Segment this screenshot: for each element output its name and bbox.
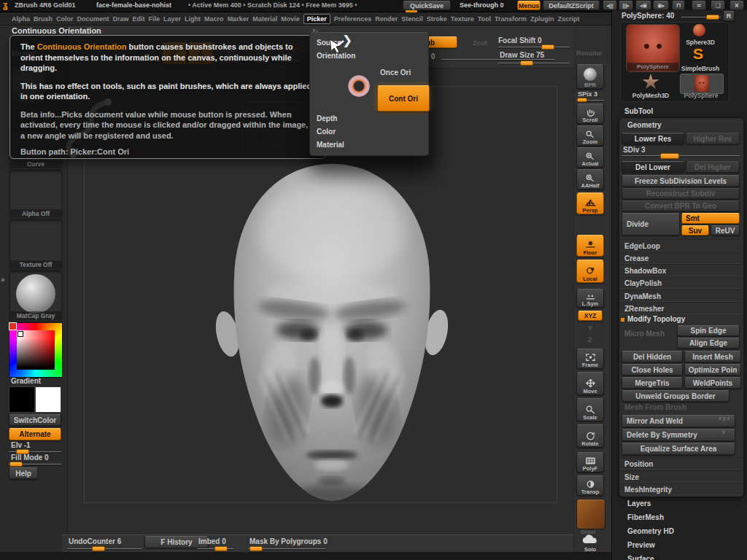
menu-zscript[interactable]: Zscript	[558, 15, 580, 23]
spix-knob[interactable]	[577, 98, 587, 102]
gradient-label[interactable]: Gradient	[11, 377, 41, 385]
sphere3d-icon[interactable]	[693, 24, 705, 36]
tray-divider-arrow[interactable]: »	[1, 276, 5, 284]
menu-render[interactable]: Render	[375, 15, 398, 23]
picker-material-item[interactable]: Material	[317, 141, 344, 149]
persp-button[interactable]: Persp	[576, 192, 604, 214]
reuv-button[interactable]: ReUV	[711, 225, 740, 236]
lock-icon[interactable]: ⊓	[672, 1, 685, 10]
see-through-slider[interactable]: See-through 0	[460, 1, 504, 9]
minimize-icon[interactable]: ≍	[692, 1, 706, 10]
ghost-swatch[interactable]	[576, 499, 605, 529]
spix-slider[interactable]: SPix 3	[578, 90, 597, 98]
picker-color-item[interactable]: Color	[317, 128, 336, 136]
menu-texture[interactable]: Texture	[451, 15, 474, 23]
rename-button[interactable]: Rename	[576, 50, 602, 57]
ghost-label[interactable]: Ghost	[581, 529, 595, 534]
material-slot[interactable]: MatCap Gray	[9, 271, 63, 322]
sdiv-slider[interactable]: SDiv 3	[623, 146, 646, 154]
layers-section[interactable]: Layers	[627, 499, 651, 508]
bpr-button[interactable]: BPR	[576, 64, 604, 89]
sdiv-knob[interactable]	[660, 153, 679, 159]
insert-mesh-button[interactable]: Insert Mesh	[684, 351, 741, 362]
fill-mode-slider[interactable]: Fill Mode 0	[11, 454, 49, 462]
menu-movie[interactable]: Movie	[281, 15, 300, 23]
switchcolor-button[interactable]: SwitchColor	[9, 414, 61, 426]
mask-knob[interactable]	[249, 546, 263, 551]
menu-zplugin[interactable]: Zplugin	[530, 15, 554, 23]
convert-bpr-button[interactable]: Convert BPR To Geo	[622, 201, 740, 211]
geometry-hd-section[interactable]: Geometry HD	[627, 527, 674, 535]
draw-size-slider[interactable]: Draw Size 75	[500, 51, 544, 59]
draw-size-track[interactable]	[498, 63, 570, 63]
tool-header-knob[interactable]	[706, 15, 719, 20]
menu-marker[interactable]: Marker	[228, 15, 249, 23]
close-icon[interactable]: ×	[729, 1, 744, 10]
menu-preferences[interactable]: Preferences	[334, 15, 372, 23]
zoom-button[interactable]: Zoom	[576, 125, 604, 146]
close-holes-button[interactable]: Close Holes	[622, 364, 683, 376]
subtool-section[interactable]: SubTool	[624, 107, 653, 115]
lower-res-button[interactable]: Lower Res	[622, 133, 684, 144]
polyf-button[interactable]: PolyF	[576, 452, 604, 472]
transp-button[interactable]: Transp	[576, 475, 604, 496]
alternate-button[interactable]: Alternate	[9, 428, 61, 440]
menu-color[interactable]: Color	[56, 15, 74, 23]
optimize-points-button[interactable]: Optimize Poin	[684, 364, 741, 376]
freeze-subdivision-button[interactable]: Freeze SubDivision Levels	[622, 175, 740, 187]
undocounter-knob[interactable]	[92, 546, 105, 551]
tool-r-button[interactable]: R	[723, 11, 735, 21]
menu-layer[interactable]: Layer	[163, 15, 181, 23]
fibermesh-section[interactable]: FiberMesh	[627, 513, 664, 521]
del-higher-button[interactable]: Del Higher	[686, 161, 740, 173]
meshintegrity-section[interactable]: MeshIntegrity	[620, 483, 741, 495]
menu-macro[interactable]: Macro	[204, 15, 224, 23]
focal-shift-track[interactable]	[498, 47, 570, 47]
simplebrush-icon[interactable]: S	[693, 45, 708, 63]
active-tool-thumbnail[interactable]: PolySphere	[626, 24, 680, 72]
size-section[interactable]: Size	[620, 470, 741, 483]
menu-document[interactable]: Document	[77, 15, 109, 23]
delete-by-symmetry-button[interactable]: Delete By Symmetry	[622, 429, 735, 441]
xyz-button[interactable]: XYZ	[578, 311, 603, 321]
help-button[interactable]: Help	[9, 467, 38, 479]
quicksave-button[interactable]: QuickSave	[403, 1, 451, 10]
color-picker-cursor[interactable]	[18, 331, 23, 337]
aahalf-button[interactable]: AAHalf	[576, 169, 604, 190]
menu-transform[interactable]: Transform	[495, 15, 527, 23]
preview-section[interactable]: Preview	[627, 541, 655, 549]
focal-shift-knob[interactable]	[541, 44, 554, 50]
local-button[interactable]: Local	[576, 260, 604, 283]
position-section[interactable]: Position	[620, 457, 741, 470]
floor-button[interactable]: Floor	[576, 235, 604, 257]
move-tool-button[interactable]: Move	[576, 372, 604, 395]
edgeloop-section[interactable]: EdgeLoop	[620, 239, 741, 252]
weldpoints-button[interactable]: WeldPoints	[684, 377, 741, 389]
mesh-from-brush-button[interactable]: Mesh From Brush	[624, 403, 686, 411]
focal-shift-slider[interactable]: Focal Shift 0	[498, 36, 541, 44]
surface-section[interactable]: Surface	[627, 555, 654, 560]
cont-ori-button[interactable]: Cont Ori	[377, 85, 430, 112]
micro-mesh-button[interactable]: Micro Mesh	[624, 330, 665, 338]
mergetris-button[interactable]: MergeTris	[622, 377, 683, 389]
shadowbox-section[interactable]: ShadowBox	[620, 264, 741, 276]
rotate-tool-button[interactable]: Rotate	[576, 424, 604, 448]
menus-button[interactable]: Menus	[517, 1, 541, 10]
z-button[interactable]: Z	[588, 336, 592, 343]
menu-material[interactable]: Material	[252, 15, 277, 23]
crease-section[interactable]: Crease	[620, 252, 741, 264]
menu-picker[interactable]: Picker	[303, 14, 330, 24]
menu-file[interactable]: File	[149, 15, 160, 23]
suv-button[interactable]: Suv	[681, 225, 709, 236]
imbed-knob[interactable]	[214, 546, 228, 551]
menu-draw[interactable]: Draw	[113, 15, 129, 23]
del-lower-button[interactable]: Del Lower	[622, 161, 684, 173]
alpha-slot[interactable]: Alpha Off	[9, 170, 63, 219]
sculpt-head-model[interactable]	[213, 159, 451, 506]
zcut-button[interactable]: Zcut	[473, 39, 487, 47]
menu-stencil[interactable]: Stencil	[401, 15, 423, 23]
sdiv-track[interactable]	[622, 155, 740, 156]
unweld-groups-button[interactable]: Unweld Groups Border	[622, 390, 729, 402]
undocounter-slider[interactable]: UndoCounter 6	[69, 537, 121, 545]
z-intensity-track[interactable]	[441, 59, 554, 60]
